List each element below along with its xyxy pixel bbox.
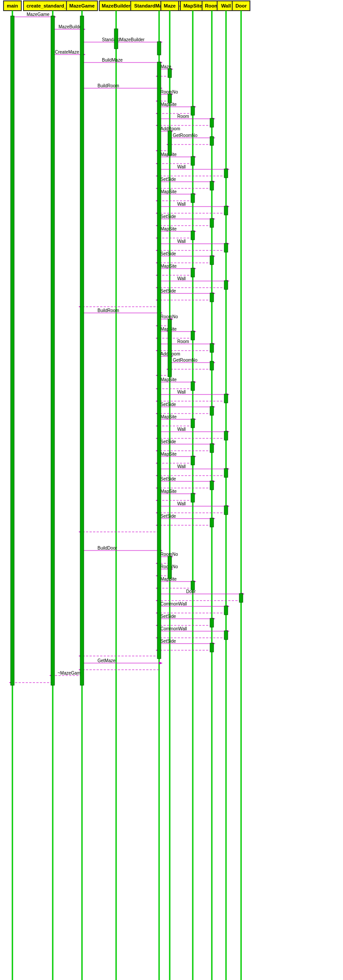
svg-text:RoomNo: RoomNo	[160, 552, 178, 557]
svg-text:Wall: Wall	[177, 464, 186, 469]
svg-marker-67	[156, 124, 159, 127]
svg-marker-159	[170, 355, 173, 358]
svg-text:BuildRoom: BuildRoom	[97, 83, 119, 88]
svg-marker-254	[226, 605, 230, 608]
svg-marker-59	[193, 105, 196, 108]
svg-marker-184	[193, 418, 196, 421]
svg-rect-8	[131, 1, 187, 11]
svg-marker-165	[166, 368, 170, 371]
svg-marker-94	[193, 193, 196, 195]
svg-text:RoomNo: RoomNo	[160, 90, 178, 94]
svg-marker-77	[156, 149, 159, 152]
svg-marker-99	[226, 205, 230, 208]
svg-marker-177	[156, 400, 159, 402]
svg-marker-284	[9, 681, 12, 684]
svg-marker-244	[193, 580, 196, 583]
svg-text:GetMaze: GetMaze	[97, 658, 116, 663]
svg-text:Wall: Wall	[177, 164, 186, 169]
svg-text:MapSite: MapSite	[160, 264, 177, 269]
svg-text:Door: Door	[186, 589, 196, 594]
svg-marker-46	[170, 68, 173, 70]
svg-rect-289	[168, 69, 172, 78]
svg-marker-252	[156, 599, 159, 602]
svg-marker-102	[156, 212, 159, 215]
svg-text:Wall: Wall	[177, 427, 186, 432]
svg-text:SetSide: SetSide	[160, 402, 176, 407]
svg-marker-112	[156, 237, 159, 239]
svg-rect-290	[168, 94, 172, 103]
svg-text:SetSide: SetSide	[160, 251, 176, 256]
svg-marker-182	[156, 412, 159, 415]
svg-rect-2	[23, 1, 82, 11]
svg-text:MapSite: MapSite	[160, 577, 177, 582]
svg-text:Wall: Wall	[177, 501, 186, 506]
svg-rect-318	[191, 581, 195, 590]
svg-rect-323	[224, 394, 228, 403]
svg-text:Room: Room	[177, 114, 189, 119]
svg-rect-312	[191, 268, 195, 277]
svg-rect-4	[66, 1, 97, 11]
svg-marker-109	[193, 230, 196, 233]
svg-marker-43	[159, 61, 163, 64]
svg-rect-322	[224, 281, 228, 289]
svg-rect-288	[157, 62, 161, 659]
svg-rect-305	[210, 518, 214, 527]
svg-marker-149	[193, 330, 196, 333]
svg-text:create_standard_maze: create_standard_maze	[27, 3, 79, 8]
svg-marker-169	[193, 381, 196, 383]
svg-marker-204	[226, 468, 230, 470]
svg-rect-6	[99, 1, 133, 11]
svg-rect-297	[210, 219, 214, 227]
svg-marker-124	[193, 267, 196, 270]
svg-rect-12	[180, 1, 205, 11]
svg-text:Room: Room	[177, 339, 189, 344]
svg-marker-231	[159, 549, 163, 552]
svg-text:StandardMazeBuilder: StandardMazeBuilder	[134, 3, 184, 8]
svg-marker-227	[156, 524, 159, 527]
svg-marker-192	[156, 437, 159, 440]
svg-marker-97	[156, 199, 159, 202]
svg-marker-279	[78, 668, 82, 671]
svg-rect-304	[210, 481, 214, 490]
svg-text:~MazeGame: ~MazeGame	[58, 671, 83, 675]
svg-text:SetSide: SetSide	[160, 476, 176, 481]
svg-marker-147	[156, 324, 159, 327]
svg-rect-300	[210, 344, 214, 352]
svg-text:SetSide: SetSide	[160, 614, 176, 619]
svg-marker-79	[193, 156, 196, 158]
svg-rect-307	[210, 643, 214, 652]
svg-marker-179	[212, 406, 215, 408]
diagram-container: main create_standard_maze MazeGame MazeB…	[0, 0, 343, 980]
svg-marker-194	[212, 443, 215, 445]
svg-rect-10	[161, 1, 179, 11]
svg-text:Room: Room	[205, 3, 218, 8]
svg-marker-31	[53, 16, 56, 18]
svg-marker-107	[156, 224, 159, 227]
svg-text:CommonWall: CommonWall	[160, 601, 187, 606]
svg-marker-34	[82, 28, 86, 31]
svg-marker-117	[156, 249, 159, 252]
svg-text:MapSite: MapSite	[160, 414, 177, 419]
svg-text:SetSide: SetSide	[160, 439, 176, 444]
svg-text:BuildMaze: BuildMaze	[102, 58, 123, 62]
svg-rect-331	[157, 42, 161, 55]
svg-rect-330	[114, 29, 118, 49]
svg-rect-285	[11, 16, 14, 685]
svg-rect-294	[210, 118, 214, 127]
svg-text:MazeGame: MazeGame	[69, 3, 94, 8]
svg-text:Maze: Maze	[164, 3, 176, 8]
svg-marker-51	[159, 87, 163, 90]
svg-marker-37	[159, 41, 163, 43]
svg-text:AddRoom: AddRoom	[160, 126, 180, 131]
svg-text:BuildRoom: BuildRoom	[97, 308, 119, 313]
svg-text:Wall: Wall	[221, 3, 231, 8]
svg-marker-269	[212, 642, 215, 645]
svg-text:RoomNo: RoomNo	[160, 564, 178, 569]
svg-rect-18	[232, 1, 250, 11]
svg-rect-311	[191, 231, 195, 240]
svg-marker-224	[212, 517, 215, 520]
svg-marker-69	[170, 130, 173, 133]
svg-marker-114	[226, 242, 230, 245]
svg-rect-327	[224, 606, 228, 615]
svg-marker-137	[156, 299, 159, 301]
